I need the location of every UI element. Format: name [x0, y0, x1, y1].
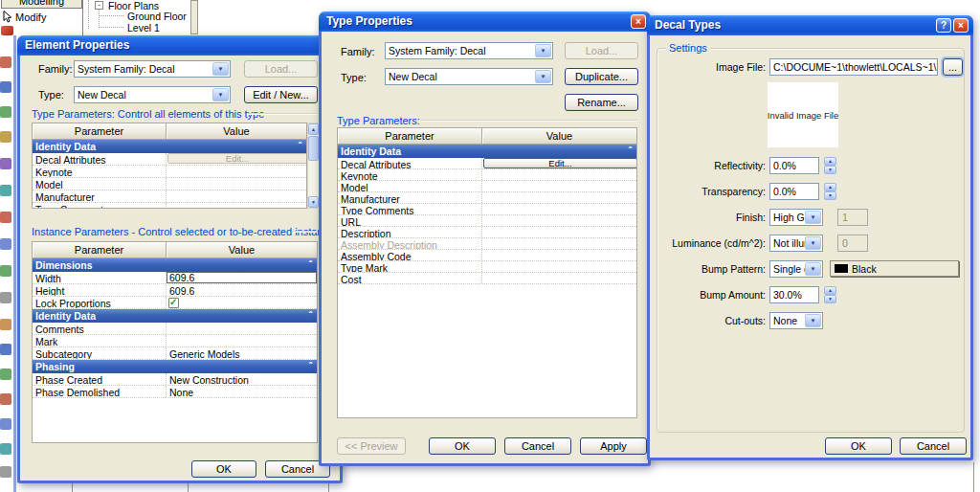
param-section-row[interactable]: Identity Dataˆ — [33, 309, 317, 323]
param-value-cell[interactable]: Generic Models — [167, 347, 317, 359]
family-combo[interactable]: System Family: Decal ▼ — [385, 42, 553, 59]
combo-box[interactable]: None▼ — [769, 312, 823, 329]
duplicate-button[interactable]: Duplicate... — [565, 68, 638, 85]
param-value-cell[interactable] — [482, 227, 636, 237]
combo-box[interactable]: High Glos▼ — [769, 209, 823, 226]
param-value-cell[interactable]: New Construction — [167, 373, 317, 385]
help-icon[interactable]: ? — [936, 18, 951, 33]
tree-item-level-1[interactable]: Level 1 — [127, 22, 160, 34]
type-combo[interactable]: New Decal ▼ — [74, 86, 231, 103]
param-value-cell[interactable] — [482, 204, 636, 214]
chevron-down-icon[interactable]: ▼ — [805, 211, 821, 224]
chevron-down-icon[interactable]: ▼ — [805, 314, 821, 327]
spin-field[interactable]: 0.0% — [769, 183, 819, 200]
spinner[interactable]: ▲▼ — [824, 286, 836, 303]
column-header-value[interactable]: Value — [167, 242, 317, 258]
param-value-cell[interactable] — [482, 273, 636, 283]
collapse-chevron-icon[interactable]: ˆ — [309, 363, 312, 370]
param-value-cell[interactable]: 609.6 — [167, 284, 317, 296]
param-value-cell[interactable] — [167, 323, 317, 334]
param-value-cell[interactable] — [482, 238, 636, 249]
chevron-down-icon[interactable]: ▼ — [212, 88, 229, 101]
spinner-up-icon[interactable]: ▲ — [824, 183, 836, 191]
spinner-up-icon[interactable]: ▲ — [824, 157, 836, 166]
edit-new-button[interactable]: Edit / New... — [244, 86, 318, 103]
type-properties-titlebar[interactable]: Type Properties — [319, 11, 651, 32]
rename-button[interactable]: Rename... — [565, 94, 638, 111]
value-edit-field[interactable]: 609.6 — [167, 272, 317, 283]
param-value-cell[interactable] — [167, 335, 317, 347]
ok-button[interactable]: OK — [825, 437, 892, 455]
load-button[interactable]: Load... — [244, 60, 318, 78]
param-section-row[interactable]: Phasingˆ — [33, 360, 317, 373]
chevron-down-icon[interactable]: ▼ — [805, 236, 821, 250]
param-section-row[interactable]: Dimensionsˆ — [33, 258, 317, 272]
preview-button[interactable]: << Preview — [337, 437, 406, 455]
column-header-parameter[interactable]: Parameter — [338, 128, 482, 145]
spinner-down-icon[interactable]: ▼ — [824, 295, 836, 303]
param-section-row[interactable]: Identity Dataˆ — [338, 145, 636, 158]
param-value-cell[interactable] — [482, 215, 636, 226]
param-value-cell[interactable] — [482, 261, 636, 272]
cancel-button[interactable]: Cancel — [504, 437, 571, 455]
column-header-parameter[interactable]: Parameter — [33, 123, 167, 140]
edit-button[interactable]: Edit... — [483, 158, 636, 168]
chevron-down-icon[interactable]: ▼ — [535, 44, 551, 57]
column-header-parameter[interactable]: Parameter — [33, 242, 167, 258]
param-value-cell[interactable] — [167, 203, 306, 209]
param-value-cell[interactable] — [482, 181, 636, 191]
param-value-cell[interactable] — [482, 169, 636, 180]
param-value-cell[interactable]: None — [167, 386, 317, 397]
collapse-chevron-icon[interactable]: ˆ — [629, 147, 632, 155]
decal-types-titlebar[interactable]: Decal Types — [647, 15, 973, 35]
element-properties-titlebar[interactable]: Element Properties — [17, 35, 343, 56]
param-value-cell[interactable] — [167, 178, 306, 190]
family-combo[interactable]: System Family: Decal ▼ — [74, 60, 231, 78]
spinner-up-icon[interactable]: ▲ — [824, 286, 836, 295]
param-value-cell[interactable] — [482, 192, 636, 203]
load-button[interactable]: Load... — [565, 42, 638, 59]
design-bar-item-modify[interactable]: Modify — [2, 11, 46, 23]
close-icon[interactable]: × — [631, 14, 646, 29]
apply-button[interactable]: Apply — [580, 437, 647, 455]
param-value-cell[interactable] — [167, 190, 306, 202]
close-icon[interactable]: × — [953, 18, 969, 33]
ok-button[interactable]: OK — [429, 437, 496, 455]
design-bar-header[interactable]: Modelling — [1, 0, 82, 9]
param-value-cell[interactable]: Edit... — [167, 153, 306, 165]
collapse-chevron-icon[interactable]: ˆ — [299, 143, 301, 150]
chevron-down-icon[interactable]: ▼ — [805, 262, 821, 276]
edit-button[interactable]: Edit... — [167, 153, 306, 164]
spin-field[interactable]: 0.0% — [769, 157, 819, 174]
image-file-input[interactable]: C:\DOCUME~1\thowlett\LOCALS~1\Temp — [769, 58, 938, 76]
spinner-down-icon[interactable]: ▼ — [824, 191, 836, 200]
tree-collapse-icon[interactable]: - — [95, 1, 103, 10]
combo-box[interactable]: Not illumin▼ — [769, 235, 823, 252]
column-header-value[interactable]: Value — [167, 123, 306, 140]
browse-button[interactable]: ... — [943, 58, 963, 76]
spinner[interactable]: ▲▼ — [824, 157, 836, 174]
ok-button[interactable]: OK — [191, 460, 256, 478]
chevron-down-icon[interactable]: ▼ — [535, 70, 551, 83]
scroll-up-icon[interactable]: ▲ — [308, 123, 319, 135]
collapse-chevron-icon[interactable]: ˆ — [309, 261, 312, 269]
combo-box[interactable]: Single col▼ — [769, 260, 823, 278]
checkbox[interactable]: ✓ — [168, 298, 179, 308]
param-value-cell[interactable]: ✓ — [167, 297, 317, 308]
bump-color-button[interactable]: Black — [830, 260, 959, 277]
tree-item-ground-floor[interactable]: Ground Floor — [127, 11, 187, 22]
chevron-down-icon[interactable]: ▼ — [212, 62, 229, 76]
param-value-cell[interactable]: 609.6 — [167, 272, 317, 283]
panel-splitter[interactable] — [190, 0, 198, 34]
column-header-value[interactable]: Value — [482, 128, 636, 145]
cancel-button[interactable]: Cancel — [900, 437, 967, 455]
param-value-cell[interactable]: Edit... — [482, 158, 636, 168]
spinner[interactable]: ▲▼ — [824, 183, 836, 200]
param-section-row[interactable]: Identity Dataˆ — [33, 140, 306, 153]
type-combo[interactable]: New Decal ▼ — [385, 68, 553, 85]
scrollbar-thumb[interactable] — [308, 136, 319, 161]
param-value-cell[interactable] — [482, 250, 636, 260]
scroll-down-icon[interactable]: ▼ — [308, 196, 319, 208]
param-value-cell[interactable] — [167, 166, 306, 177]
spin-field[interactable]: 30.0% — [769, 286, 819, 303]
